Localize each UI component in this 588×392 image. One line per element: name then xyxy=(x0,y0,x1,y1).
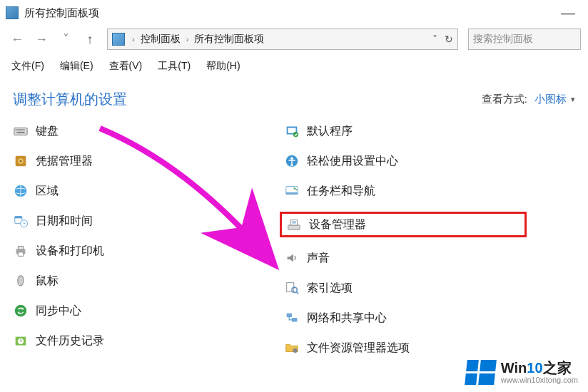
heading-row: 调整计算机的设置 查看方式: 小图标 ▾ xyxy=(0,80,588,115)
item-label: 任务栏和导航 xyxy=(307,184,375,199)
svg-rect-26 xyxy=(286,192,298,195)
view-by-label: 查看方式: xyxy=(482,93,527,106)
item-label: 凭据管理器 xyxy=(36,154,93,169)
up-button[interactable]: ↑ xyxy=(80,29,100,49)
watermark-url: www.win10xitong.com xyxy=(501,376,578,384)
breadcrumb-item-1[interactable]: 所有控制面板项 xyxy=(191,33,267,46)
svg-point-17 xyxy=(15,305,27,317)
menu-edit[interactable]: 编辑(E) xyxy=(60,60,93,73)
search-icon xyxy=(284,280,300,296)
svg-rect-6 xyxy=(17,132,25,133)
sync-icon xyxy=(13,303,29,319)
item-region[interactable]: 区域 xyxy=(13,182,255,200)
svg-point-22 xyxy=(293,132,298,137)
item-label: 设备管理器 xyxy=(309,217,366,232)
navbar: ← → ˅ ↑ › 控制面板 › 所有控制面板项 ˅ ↻ 搜索控制面板 xyxy=(0,26,588,56)
item-keyboard[interactable]: 键盘 xyxy=(13,122,255,140)
globe-icon xyxy=(13,183,29,199)
item-label: 声音 xyxy=(307,251,330,266)
svg-rect-34 xyxy=(292,318,297,322)
watermark-title: Win10之家 xyxy=(501,360,578,376)
safe-icon xyxy=(13,153,29,169)
mouse-icon xyxy=(13,273,29,289)
history-icon xyxy=(13,333,29,349)
item-sync-center[interactable]: 同步中心 xyxy=(13,301,255,320)
breadcrumb-item-0[interactable]: 控制面板 xyxy=(138,33,183,46)
menu-view[interactable]: 查看(V) xyxy=(109,60,143,73)
menu-file[interactable]: 文件(F) xyxy=(11,60,44,73)
titlebar: 所有控制面板项 — xyxy=(0,0,588,26)
item-label: 设备和打印机 xyxy=(36,244,104,259)
svg-rect-1 xyxy=(16,129,17,130)
breadcrumb-sep-icon: › xyxy=(129,35,138,43)
address-bar[interactable]: › 控制面板 › 所有控制面板项 ˅ ↻ xyxy=(107,29,458,50)
item-label: 网络和共享中心 xyxy=(307,311,387,326)
item-label: 日期和时间 xyxy=(36,214,93,229)
item-network-sharing[interactable]: 网络和共享中心 xyxy=(284,309,527,327)
right-column: 默认程序 轻松使用设置中心 任务栏和导航 设备管理器 xyxy=(284,122,527,357)
forward-button[interactable]: → xyxy=(31,29,51,49)
item-taskbar-nav[interactable]: 任务栏和导航 xyxy=(284,182,527,200)
item-devices-printers[interactable]: 设备和打印机 xyxy=(13,242,255,260)
breadcrumb-sep-icon: › xyxy=(183,35,192,43)
item-label: 轻松使用设置中心 xyxy=(307,154,398,169)
svg-rect-33 xyxy=(287,314,292,318)
folder-options-icon xyxy=(284,340,300,356)
item-label: 鼠标 xyxy=(36,274,59,289)
windows-logo-icon xyxy=(465,360,497,385)
refresh-icon[interactable]: ↻ xyxy=(445,33,453,45)
item-sound[interactable]: 声音 xyxy=(284,249,527,267)
device-manager-icon xyxy=(286,217,302,232)
item-label: 默认程序 xyxy=(307,124,353,139)
watermark: Win10之家 www.win10xitong.com xyxy=(466,360,578,385)
window-title: 所有控制面板项 xyxy=(24,6,554,20)
svg-rect-16 xyxy=(18,252,23,257)
clock-icon xyxy=(13,213,29,229)
view-by-value: 小图标 xyxy=(534,93,567,106)
item-default-programs[interactable]: 默认程序 xyxy=(284,122,527,140)
item-ease-of-access[interactable]: 轻松使用设置中心 xyxy=(284,152,527,170)
minimize-button[interactable]: — xyxy=(554,5,582,21)
chevron-down-icon: ▾ xyxy=(571,95,575,104)
address-icon xyxy=(112,33,125,46)
printer-icon xyxy=(13,243,29,259)
svg-rect-30 xyxy=(292,222,296,223)
item-explorer-options[interactable]: 文件资源管理器选项 xyxy=(284,339,527,357)
items-area: 键盘 凭据管理器 区域 日期和时间 设备和打印机 xyxy=(0,115,588,357)
taskbar-icon xyxy=(284,183,300,199)
search-placeholder: 搜索控制面板 xyxy=(473,33,533,46)
app-icon xyxy=(6,6,19,19)
svg-point-35 xyxy=(293,348,297,352)
svg-rect-3 xyxy=(19,129,21,130)
item-label: 键盘 xyxy=(36,124,59,139)
svg-rect-15 xyxy=(18,247,23,250)
item-indexing[interactable]: 索引选项 xyxy=(284,279,527,297)
svg-rect-29 xyxy=(292,221,296,222)
back-button[interactable]: ← xyxy=(7,29,27,49)
item-label: 文件历史记录 xyxy=(36,334,104,349)
menu-help[interactable]: 帮助(H) xyxy=(206,60,240,73)
svg-rect-4 xyxy=(21,129,23,130)
menubar: 文件(F) 编辑(E) 查看(V) 工具(T) 帮助(H) xyxy=(0,56,588,80)
view-by-select[interactable]: 小图标 ▾ xyxy=(534,93,575,106)
menu-tools[interactable]: 工具(T) xyxy=(158,60,191,73)
svg-rect-5 xyxy=(24,129,25,130)
page-title: 调整计算机的设置 xyxy=(13,90,127,109)
svg-point-9 xyxy=(20,160,22,163)
item-label: 区域 xyxy=(36,184,59,199)
item-file-history[interactable]: 文件历史记录 xyxy=(13,331,255,350)
item-label: 文件资源管理器选项 xyxy=(307,341,410,356)
keyboard-icon xyxy=(13,123,29,139)
item-device-manager[interactable]: 设备管理器 xyxy=(286,217,366,232)
default-programs-icon xyxy=(284,123,300,139)
address-dropdown-icon[interactable]: ˅ xyxy=(432,33,437,45)
item-label: 同步中心 xyxy=(36,304,81,319)
search-input[interactable]: 搜索控制面板 xyxy=(468,29,581,50)
svg-rect-2 xyxy=(17,129,19,130)
svg-point-24 xyxy=(290,158,293,160)
item-label: 索引选项 xyxy=(307,281,353,296)
recent-dropdown[interactable]: ˅ xyxy=(56,29,76,49)
item-date-time[interactable]: 日期和时间 xyxy=(13,212,255,230)
item-credentials[interactable]: 凭据管理器 xyxy=(13,152,255,170)
item-mouse[interactable]: 鼠标 xyxy=(13,272,255,290)
